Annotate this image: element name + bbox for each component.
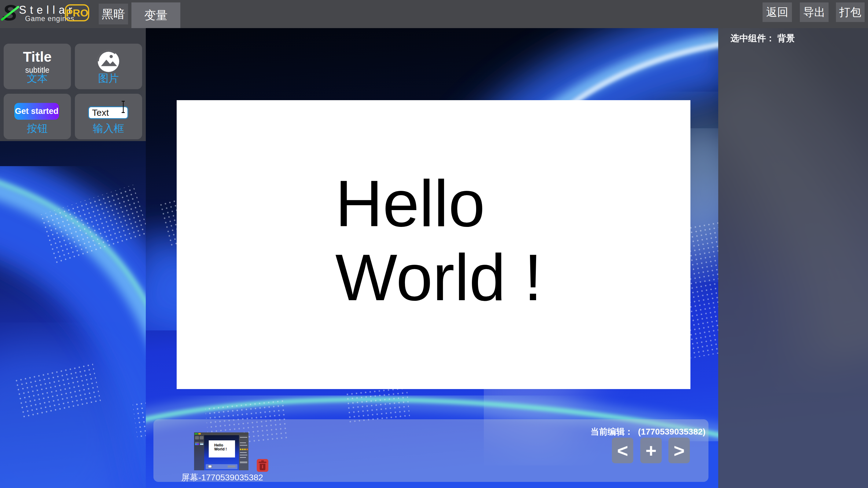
delete-screen-button[interactable] (257, 459, 268, 472)
hello-line2: World ! (335, 241, 542, 314)
screen-name-label: 屏幕-1770539035382 (172, 472, 273, 483)
image-icon (96, 48, 121, 74)
top-bar: S Stellar Game engines PRO 黑暗 变量 返回 导出 打… (0, 0, 868, 28)
palette-label-text: 文本 (4, 71, 71, 86)
screens-bar: HelloWorld ! 屏幕-1770539035382 当前编辑： (177… (153, 419, 709, 482)
thumb-mini-screensbar (206, 464, 238, 469)
prev-screen-button[interactable]: < (612, 437, 633, 463)
package-button[interactable]: 打包 (836, 2, 865, 22)
selected-component-value: 背景 (777, 33, 795, 43)
tab-dark-mode[interactable]: 黑暗 (99, 4, 128, 25)
palette-label-button: 按钮 (4, 122, 71, 136)
current-editing-label: 当前编辑： (1770539035382) (590, 426, 718, 437)
export-button[interactable]: 导出 (800, 2, 829, 22)
palette-card-input[interactable]: Text 输入框 (75, 94, 142, 139)
palette-label-image: 图片 (75, 71, 142, 86)
text-component[interactable]: HelloWorld ! (177, 100, 690, 389)
selected-component-line: 选中组件： 背景 (731, 32, 795, 44)
selected-component-label: 选中组件： (731, 33, 775, 43)
stellar-logo-icon: S (1, 2, 15, 24)
text-preview-title: Title (4, 48, 71, 65)
next-screen-button[interactable]: > (669, 437, 690, 463)
thumb-mini-topbar (194, 432, 248, 435)
back-button[interactable]: 返回 (763, 2, 792, 22)
thumb-mini-inspector (239, 435, 248, 470)
pro-badge: PRO (65, 4, 89, 21)
trash-icon (258, 460, 267, 470)
hello-line1: Hello (335, 167, 485, 240)
tab-variables[interactable]: 变量 (131, 2, 180, 28)
palette-card-image[interactable]: 图片 (75, 44, 142, 89)
screen-thumbnail[interactable]: HelloWorld ! (194, 432, 248, 470)
palette-card-text[interactable]: Title subtitle 文本 (4, 44, 71, 89)
component-palette: Title subtitle 文本 图片 Get started 按钮 Text (0, 28, 146, 141)
thumb-mini-canvas: HelloWorld ! (209, 441, 235, 457)
app-window: HelloWorld ! (0, 0, 868, 488)
thumb-mini-palette (194, 435, 204, 470)
inspector-panel: 选中组件： 背景 (718, 28, 868, 488)
button-preview: Get started (14, 103, 59, 120)
hello-world-text: HelloWorld ! (335, 167, 542, 315)
text-cursor-icon (121, 100, 125, 113)
current-editing-id: (1770539035382) (638, 427, 706, 436)
add-screen-button[interactable]: + (640, 437, 662, 463)
editor-stage-background[interactable]: HelloWorld ! (146, 28, 718, 488)
palette-label-input: 输入框 (75, 122, 142, 136)
palette-card-button[interactable]: Get started 按钮 (4, 94, 71, 139)
